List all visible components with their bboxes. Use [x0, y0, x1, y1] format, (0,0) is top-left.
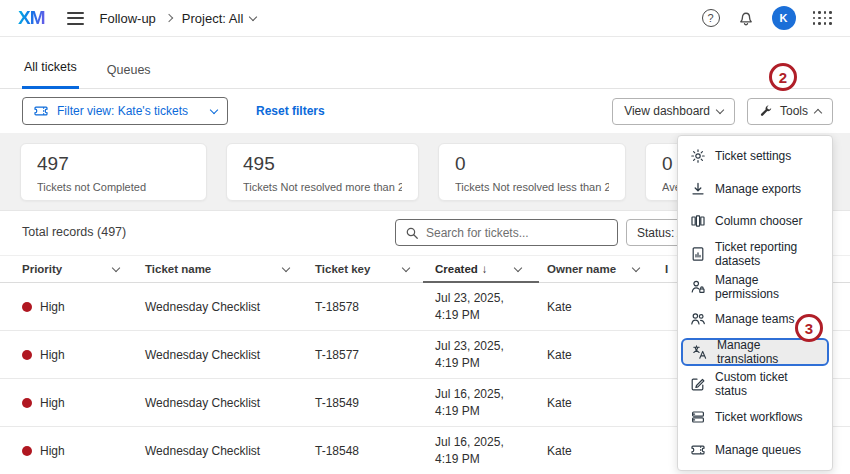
breadcrumb: Follow-up Project: All [100, 11, 257, 26]
stat-card-not-resolved-more-24h: 495 Tickets Not resolved more than 24 ho… [226, 143, 419, 201]
chevron-down-icon[interactable] [514, 263, 522, 271]
xm-logo: XM [18, 7, 45, 29]
menu-item-manage-exports[interactable]: Manage exports [678, 173, 832, 206]
person-lock-icon [690, 279, 706, 295]
sort-descending-icon: ↓ [482, 263, 488, 275]
search-icon [405, 226, 419, 240]
ticket-icon [33, 103, 49, 119]
column-header-priority[interactable]: Priority [22, 256, 145, 282]
menu-item-custom-ticket-status[interactable]: Custom ticket status [678, 368, 832, 401]
menu-item-manage-permissions[interactable]: Manage permissions [678, 270, 832, 303]
translate-icon [692, 344, 708, 360]
stat-card-not-completed: 497 Tickets not Completed [20, 143, 207, 201]
chevron-down-icon[interactable] [112, 263, 120, 271]
tab-queues[interactable]: Queues [105, 63, 153, 89]
reset-filters-link[interactable]: Reset filters [256, 104, 325, 118]
priority-high-dot-icon [22, 350, 32, 360]
chevron-right-icon [165, 14, 173, 22]
people-icon [690, 311, 706, 327]
report-document-icon [690, 246, 706, 262]
hamburger-menu-icon[interactable] [67, 12, 84, 25]
edit-square-icon [690, 376, 706, 392]
total-records-label: Total records (497) [22, 225, 126, 239]
chevron-up-icon [814, 108, 822, 116]
chevron-down-icon [716, 105, 724, 113]
gear-icon [690, 148, 706, 164]
chevron-down-icon [249, 12, 257, 20]
view-dashboard-button[interactable]: View dashboard [612, 98, 735, 125]
priority-high-dot-icon [22, 302, 32, 312]
columns-icon [690, 213, 706, 229]
project-selector[interactable]: Project: All [182, 11, 256, 26]
ticket-icon [690, 442, 706, 458]
chevron-down-icon[interactable] [632, 263, 640, 271]
column-header-ticket-key[interactable]: Ticket key [315, 256, 435, 282]
filter-toolbar: Filter view: Kate's tickets Reset filter… [0, 89, 850, 133]
column-header-created[interactable]: Created↓ [435, 256, 547, 282]
menu-item-ticket-workflows[interactable]: Ticket workflows [678, 401, 832, 434]
search-box [395, 219, 618, 246]
chevron-down-icon[interactable] [282, 263, 290, 271]
chevron-down-icon[interactable] [402, 263, 410, 271]
menu-item-column-chooser[interactable]: Column chooser [678, 205, 832, 238]
avatar[interactable]: K [772, 6, 796, 30]
menu-item-manage-queues[interactable]: Manage queues [678, 433, 832, 466]
chevron-down-icon [210, 105, 218, 113]
priority-high-dot-icon [22, 446, 32, 456]
tools-button[interactable]: Tools [747, 98, 833, 125]
column-header-owner-name[interactable]: Owner name [547, 256, 665, 282]
annotation-step-2: 2 [769, 63, 797, 91]
help-icon[interactable]: ? [702, 9, 720, 27]
tab-all-tickets[interactable]: All tickets [22, 60, 79, 89]
ticket-tabs: All tickets Queues [0, 37, 850, 89]
download-icon [690, 181, 706, 197]
priority-high-dot-icon [22, 398, 32, 408]
top-navigation-bar: XM Follow-up Project: All ? K [0, 0, 850, 37]
wrench-icon [759, 104, 773, 118]
tools-dropdown-menu: Ticket settings Manage exports Column ch… [677, 135, 833, 471]
menu-item-ticket-reporting-datasets[interactable]: Ticket reporting datasets [678, 238, 832, 271]
bell-icon[interactable] [737, 9, 755, 27]
annotation-step-3: 3 [795, 314, 823, 342]
column-header-ticket-name[interactable]: Ticket name [145, 256, 315, 282]
stacked-tickets-icon [690, 409, 706, 425]
search-input[interactable] [426, 226, 608, 240]
breadcrumb-section: Follow-up [100, 11, 156, 26]
filter-view-select[interactable]: Filter view: Kate's tickets [22, 97, 228, 125]
apps-grid-icon[interactable] [813, 11, 833, 25]
stat-card-not-resolved-less-24h: 0 Tickets Not resolved less than 24 hour… [438, 143, 626, 201]
menu-item-ticket-settings[interactable]: Ticket settings [678, 140, 832, 173]
